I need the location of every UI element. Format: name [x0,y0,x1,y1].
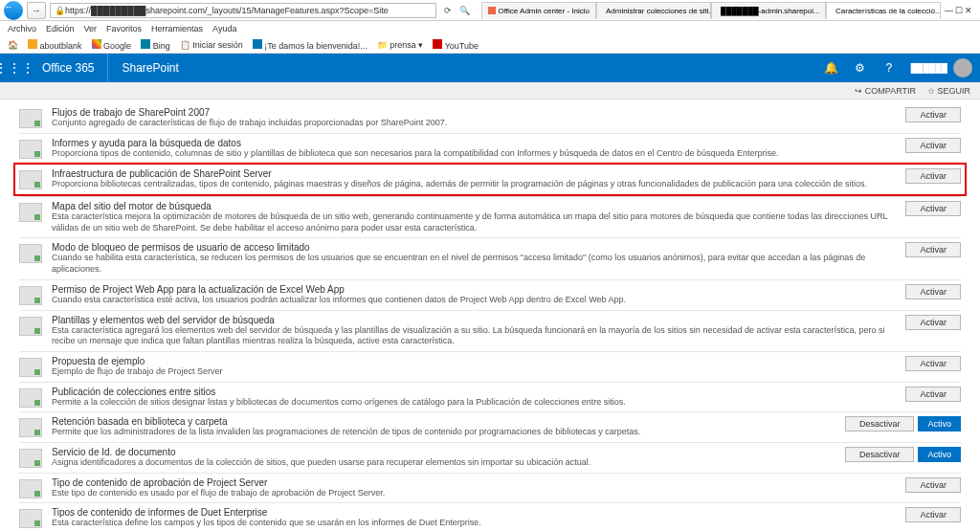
bookmark-item[interactable]: YouTube [433,39,479,51]
feature-icon [19,170,42,189]
feature-title: Plantillas y elementos web del servidor … [52,315,896,325]
feature-icon [19,244,42,263]
url-text: https://█████████sharepoint.com/_layouts… [65,6,389,15]
user-name: ██████ [911,63,947,73]
bookmark-item[interactable]: ¡Te damos la bienvenida!... [253,39,368,51]
feature-actions: Activar [905,242,961,257]
favicon [28,39,37,49]
menu-item[interactable]: Favoritos [106,24,142,33]
sharepoint-label[interactable]: SharePoint [107,54,191,82]
search-icon[interactable]: 🔍 [459,6,470,15]
favicon [141,39,150,49]
menu-item[interactable]: Edición [46,24,75,33]
bookmark-item[interactable]: Bing [141,39,170,51]
feature-icon [19,509,42,528]
feature-list: Flujos de trabajo de SharePoint 2007Conj… [0,100,980,531]
feature-title: Infraestructura de publicación de ShareP… [52,168,896,179]
address-bar[interactable]: 🔒 https://█████████sharepoint.com/_layou… [50,3,436,18]
activate-button[interactable]: Activar [905,387,961,402]
suite-bar: ⋮⋮⋮ Office 365 SharePoint 🔔 ⚙ ? ██████ [0,54,980,82]
activate-button[interactable]: Activar [905,356,961,371]
feature-actions: Activar [905,201,961,216]
office365-label[interactable]: Office 365 [29,54,107,82]
feature-icon [19,140,42,159]
tab-label: Características de la colecció... [835,7,941,15]
feature-row: Retención basada en biblioteca y carpeta… [19,411,961,442]
activate-button[interactable]: Activar [905,138,961,153]
feature-actions: Activar [905,315,961,330]
feature-description: Permite que los administradores de la li… [52,427,835,438]
tab-label: Office Admin center - Inicio [499,7,590,15]
menu-item[interactable]: Ver [84,24,98,33]
avatar [953,58,972,77]
close-icon[interactable]: ✕ [965,6,972,15]
feature-icon [19,418,42,437]
browser-tabs: Office Admin center - Inicio Administrar… [481,2,941,19]
activate-button[interactable]: Activar [905,168,961,184]
activate-button[interactable]: Activar [905,107,961,122]
activate-button[interactable]: Activar [905,315,961,330]
menu-item[interactable]: Herramientas [151,24,203,33]
activate-button[interactable]: Activar [905,284,961,299]
feature-title: Tipo de contenido de aprobación de Proje… [52,477,896,488]
browser-forward-button[interactable]: → [27,2,46,19]
browser-tab[interactable]: Office Admin center - Inicio [481,2,596,19]
active-badge: Activo [918,416,961,431]
feature-actions: Activar [905,477,961,493]
browser-menu-bar: Archivo Edición Ver Favoritos Herramient… [0,21,980,36]
activate-button[interactable]: Activar [905,477,961,493]
feature-row: Infraestructura de publicación de ShareP… [13,163,967,196]
feature-actions: DesactivarActivo [845,447,961,462]
share-button[interactable]: ↪ COMPARTIR [855,86,916,96]
feature-icon [19,203,42,222]
user-menu[interactable]: ██████ [903,58,980,77]
feature-icon [19,388,42,408]
feature-actions: Activar [905,387,961,402]
favicon [92,39,101,49]
feature-icon [19,109,42,128]
feature-actions: Activar [905,284,961,299]
feature-row: Modo de bloqueo de permisos de usuario d… [19,237,961,278]
refresh-icon[interactable]: ⟳ [444,6,452,15]
help-icon[interactable]: ? [875,54,903,82]
notifications-icon[interactable]: 🔔 [817,54,846,82]
feature-row: Mapa del sitio del motor de búsquedaEsta… [19,196,961,237]
menu-item[interactable]: Ayuda [212,24,236,33]
feature-row: Tipos de contenido de informes de Duet E… [19,502,961,531]
bookmark-item[interactable]: Google [92,39,132,51]
feature-description: Esta característica agregará los element… [52,325,896,347]
favicon [253,39,262,49]
follow-button[interactable]: ☆ SEGUIR [927,86,970,96]
feature-title: Propuesta de ejemplo [52,356,896,366]
bookmark-item[interactable]: aboutblank [28,39,82,51]
feature-title: Informes y ayuda para la búsqueda de dat… [52,138,896,148]
feature-description: Proporciona bibliotecas centralizadas, t… [52,179,896,190]
feature-title: Publicación de colecciones entre sitios [52,387,896,397]
settings-gear-icon[interactable]: ⚙ [846,54,875,82]
menu-item[interactable]: Archivo [8,24,36,33]
feature-row: Servicio de Id. de documentoAsigna ident… [19,442,961,473]
feature-icon [19,286,42,305]
home-icon[interactable]: 🏠 [8,40,18,50]
feature-icon [19,317,42,336]
bookmark-item[interactable]: 📋 Iniciar sesión [180,40,243,50]
bookmark-item[interactable]: 📁 prensa ▾ [377,40,424,50]
feature-row: Informes y ayuda para la búsqueda de dat… [19,133,961,164]
maximize-icon[interactable]: ☐ [955,6,963,15]
deactivate-button[interactable]: Desactivar [845,416,915,431]
feature-row: Plantillas y elementos web del servidor … [19,310,961,351]
activate-button[interactable]: Activar [905,507,961,522]
activate-button[interactable]: Activar [905,201,961,216]
browser-tab[interactable]: Administrar colecciones de siti... [596,2,711,19]
feature-icon [19,449,42,468]
browser-tab-active[interactable]: Características de la colecció...× [826,2,941,19]
app-launcher-icon[interactable]: ⋮⋮⋮ [0,54,29,82]
activate-button[interactable]: Activar [905,242,961,257]
deactivate-button[interactable]: Desactivar [845,447,915,462]
browser-back-button[interactable]: ← [4,1,23,20]
minimize-icon[interactable]: — [945,6,953,15]
browser-tab[interactable]: ███████-admin.sharepoi... [711,2,826,19]
feature-row: Tipo de contenido de aprobación de Proje… [19,473,961,503]
feature-actions: Activar [905,168,961,184]
feature-title: Servicio de Id. de documento [52,447,835,457]
